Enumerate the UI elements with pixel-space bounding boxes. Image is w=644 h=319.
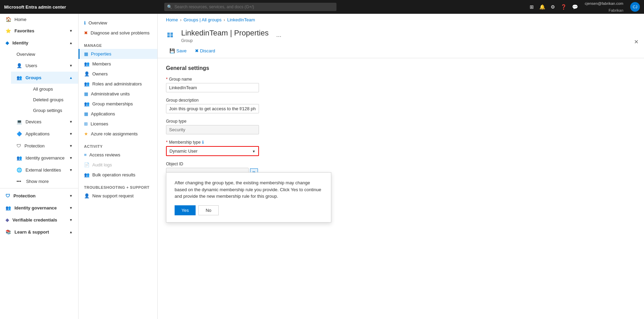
sidebar-show-more-label: Show more — [26, 179, 49, 184]
nav-members[interactable]: 👥 Members — [79, 59, 157, 69]
user-org: Fabrikan — [607, 7, 625, 14]
chevron-down-users-icon: ▼ — [69, 64, 73, 68]
dialog-overlay: After changing the group type, the exist… — [166, 172, 331, 223]
portal-icon[interactable]: ⊞ — [528, 3, 535, 11]
discard-icon: ✖ — [195, 48, 199, 53]
nav-roles-admins-label: Roles and administrators — [92, 81, 142, 86]
sidebar-item-overview[interactable]: Overview — [11, 49, 78, 60]
nav-owners[interactable]: 👤 Owners — [79, 69, 157, 79]
nav-diagnose[interactable]: ✖ Diagnose and solve problems — [79, 28, 157, 38]
sidebar-protection2-label: Protection — [13, 193, 35, 198]
svg-rect-2 — [167, 36, 170, 37]
sidebar-item-learn-support[interactable]: 📚 Learn & support ▲ — [0, 226, 78, 238]
help-icon[interactable]: ❓ — [559, 3, 568, 11]
group-name-label: * Group name — [166, 77, 391, 82]
nav-admin-units[interactable]: ▦ Administrative units — [79, 89, 157, 99]
sidebar-item-users[interactable]: 👤 Users ▼ — [11, 60, 78, 72]
group-description-input[interactable] — [166, 104, 259, 113]
page-title-name: LinkedinTeam — [181, 29, 228, 37]
search-input[interactable] — [164, 3, 336, 11]
membership-required: * — [166, 140, 168, 145]
nav-licenses[interactable]: ⊞ Licenses — [79, 119, 157, 129]
sidebar-item-devices[interactable]: 💻 Devices ▼ — [11, 116, 78, 128]
sidebar-item-groups[interactable]: 👥 Groups ▲ — [11, 72, 78, 84]
dialog-yes-button[interactable]: Yes — [175, 205, 196, 215]
gear-icon[interactable]: ⚙ — [549, 3, 557, 11]
group-description-field: Group description — [166, 98, 391, 113]
nav-roles-admins[interactable]: 👥 Roles and administrators — [79, 79, 157, 89]
nav-applications-label: Applications — [91, 111, 115, 116]
star-icon: ⭐ — [6, 28, 11, 33]
chevron-down-apps-icon: ▼ — [69, 132, 73, 136]
group-name-input[interactable] — [166, 83, 259, 92]
sidebar-item-protection[interactable]: 🛡 Protection ▼ — [11, 140, 78, 152]
nav-group-memberships[interactable]: 👥 Group memberships — [79, 99, 157, 109]
sidebar-item-applications[interactable]: 🔷 Applications ▼ — [11, 128, 78, 140]
sidebar-devices-label: Devices — [25, 119, 41, 124]
members-icon: 👥 — [84, 61, 90, 66]
membership-type-field: * Membership type ℹ Dynamic User Assigne… — [166, 140, 391, 156]
properties-icon: ▦ — [84, 51, 88, 56]
manage-section-label: Manage — [79, 41, 157, 49]
nav-audit-logs[interactable]: 📄 Audit logs — [79, 160, 157, 170]
nav-azure-role-label: Azure role assignments — [91, 131, 138, 136]
sidebar-item-identity-gov2[interactable]: 👥 Identity governance ▼ — [0, 202, 78, 214]
owners-icon: 👤 — [84, 71, 90, 76]
sidebar-favorites-label: Favorites — [14, 28, 34, 33]
chevron-up-icon: ▲ — [69, 41, 73, 45]
support-section-label: Troubleshooting + Support — [79, 183, 157, 191]
topbar-search-container: 🔍 — [164, 3, 336, 11]
second-nav: ℹ Overview ✖ Diagnose and solve problems… — [79, 14, 158, 319]
close-button[interactable]: ✕ — [634, 39, 638, 45]
bell-icon[interactable]: 🔔 — [538, 3, 547, 11]
nav-bulk-ops[interactable]: 👥 Bulk operation results — [79, 170, 157, 180]
breadcrumb-sep2: › — [224, 17, 225, 22]
nav-admin-units-label: Administrative units — [91, 91, 130, 96]
sidebar-home-label: Home — [14, 17, 27, 22]
activity-section-label: Activity — [79, 142, 157, 150]
nav-applications[interactable]: ▦ Applications — [79, 109, 157, 119]
sidebar-external-id-label: External Identities — [25, 167, 61, 173]
membership-type-wrapper: Dynamic User Assigned Dynamic Device ▼ — [166, 146, 259, 156]
chevron-down-idgov2-icon: ▼ — [69, 206, 73, 210]
sidebar-item-group-settings[interactable]: Group settings — [28, 105, 78, 116]
discard-button[interactable]: ✖ Discard — [191, 47, 219, 55]
svg-rect-1 — [167, 34, 170, 35]
sidebar-item-identity-gov[interactable]: 👥 Identity governance ▼ — [11, 152, 78, 164]
sidebar-item-favorites[interactable]: ⭐ Favorites ▼ — [0, 25, 78, 37]
save-button[interactable]: 💾 Save — [166, 47, 190, 55]
nav-new-support[interactable]: 👤 New support request — [79, 191, 157, 201]
sidebar-item-identity[interactable]: ◆ Identity ▲ — [0, 37, 78, 49]
sidebar-item-protection2[interactable]: 🛡 Protection ▼ — [0, 190, 78, 202]
breadcrumb-home[interactable]: Home — [166, 17, 178, 22]
nav-members-label: Members — [92, 61, 111, 66]
search-icon: 🔍 — [167, 4, 172, 9]
membership-type-select[interactable]: Dynamic User Assigned Dynamic Device — [167, 147, 258, 155]
sidebar-item-deleted-groups[interactable]: Deleted groups — [28, 94, 78, 105]
external-id-icon: 🌐 — [17, 167, 22, 173]
dialog-message: After changing the group type, the exist… — [175, 179, 323, 200]
breadcrumb-groups[interactable]: Groups | All groups — [184, 17, 221, 22]
overview-nav-icon: ℹ — [84, 20, 86, 25]
feedback-icon[interactable]: 💬 — [571, 3, 579, 11]
diagnose-icon: ✖ — [84, 30, 88, 35]
nav-access-reviews[interactable]: ≡ Access reviews — [79, 150, 157, 160]
page-title-section: Properties — [234, 29, 269, 37]
sidebar-item-all-groups[interactable]: All groups — [28, 84, 78, 94]
nav-properties[interactable]: ▦ Properties — [79, 49, 157, 59]
discard-label: Discard — [200, 48, 215, 53]
sidebar-item-show-more[interactable]: ••• Show more — [11, 176, 78, 187]
sidebar-item-external-id[interactable]: 🌐 External Identities ▼ — [11, 164, 78, 176]
dialog-no-button[interactable]: No — [198, 205, 219, 215]
sidebar-item-home[interactable]: 🏠 Home — [0, 14, 78, 25]
new-support-icon: 👤 — [84, 193, 90, 198]
toolbar: 💾 Save ✖ Discard — [158, 43, 644, 58]
groups-icon: 👥 — [17, 75, 22, 80]
nav-group-memberships-label: Group memberships — [92, 101, 133, 106]
sidebar-item-verifiable[interactable]: ◆ Verifiable credentials ▼ — [0, 214, 78, 226]
topbar: Microsoft Entra admin center 🔍 ⊞ 🔔 ⚙ ❓ 💬… — [0, 0, 644, 14]
page-more-icon[interactable]: ... — [276, 31, 281, 39]
avatar[interactable]: CJ — [630, 2, 640, 12]
nav-overview[interactable]: ℹ Overview — [79, 18, 157, 28]
nav-azure-role[interactable]: ★ Azure role assignments — [79, 129, 157, 139]
